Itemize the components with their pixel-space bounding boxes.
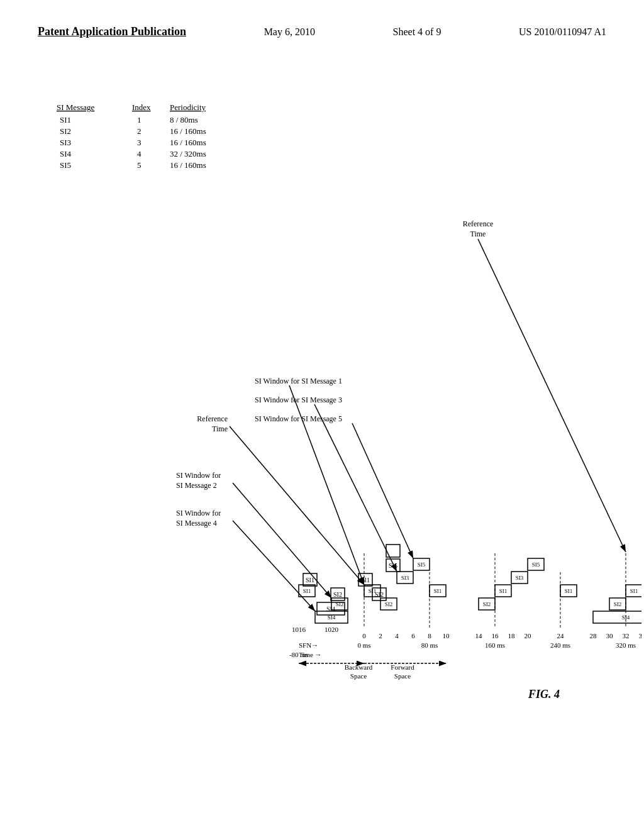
svg-text:5: 5	[137, 160, 142, 170]
svg-text:Periodicity: Periodicity	[170, 102, 206, 112]
svg-text:2: 2	[379, 632, 382, 639]
svg-text:3: 3	[137, 138, 142, 147]
svg-text:14: 14	[475, 632, 483, 639]
svg-text:SFN→: SFN→	[299, 641, 318, 649]
svg-text:SI2: SI2	[60, 126, 71, 136]
svg-text:2: 2	[137, 126, 142, 136]
svg-text:SI3: SI3	[401, 575, 409, 581]
svg-text:16 / 160ms: 16 / 160ms	[170, 126, 206, 136]
svg-text:34: 34	[639, 632, 642, 639]
svg-text:20: 20	[525, 632, 532, 639]
svg-text:SI4: SI4	[328, 614, 336, 621]
svg-text:SI Message: SI Message	[57, 102, 95, 112]
svg-text:SI2: SI2	[614, 601, 622, 607]
svg-text:1016: 1016	[292, 626, 306, 633]
svg-text:0 ms: 0 ms	[357, 641, 370, 649]
svg-text:8 / 80ms: 8 / 80ms	[170, 115, 198, 124]
svg-text:16: 16	[492, 632, 499, 639]
svg-text:0: 0	[362, 632, 366, 639]
svg-text:16 / 160ms: 16 / 160ms	[170, 138, 206, 147]
sfn-labels: 1016 1020 0 2 4 6 8 10 14 16 18 20 24	[292, 626, 641, 639]
svg-text:SI5: SI5	[60, 160, 71, 170]
svg-text:SI1: SI1	[630, 588, 638, 594]
svg-text:16 / 160ms: 16 / 160ms	[170, 160, 206, 170]
svg-text:SI3: SI3	[516, 575, 524, 581]
svg-text:24: 24	[557, 632, 565, 639]
svg-text:320 ms: 320 ms	[616, 641, 636, 649]
svg-text:SI2: SI2	[483, 601, 491, 607]
svg-text:SI5: SI5	[532, 562, 540, 568]
publication-title: Patent Application Publication	[38, 25, 186, 38]
publication-date: May 6, 2010	[264, 26, 315, 38]
main-content: SI Message Index Periodicity SI1 1 8 / 8…	[38, 75, 619, 805]
svg-text:Time: Time	[470, 230, 486, 238]
svg-text:Space: Space	[350, 672, 367, 680]
diagram-svg: SI Message Index Periodicity SI1 1 8 / 8…	[38, 75, 641, 799]
svg-line-103	[478, 239, 626, 552]
svg-text:SI1: SI1	[303, 588, 311, 594]
svg-text:SI2: SI2	[336, 601, 344, 607]
svg-text:Index: Index	[132, 102, 151, 112]
patent-number: US 2010/0110947 A1	[519, 26, 606, 38]
svg-text:28: 28	[590, 632, 597, 639]
svg-text:Forward: Forward	[391, 663, 414, 671]
svg-line-110	[314, 404, 397, 572]
page-header: Patent Application Publication May 6, 20…	[0, 25, 644, 38]
svg-text:SI5: SI5	[418, 562, 426, 568]
svg-text:SI Message 2: SI Message 2	[176, 481, 217, 490]
svg-text:4: 4	[137, 149, 142, 158]
svg-text:32 / 320ms: 32 / 320ms	[170, 149, 206, 158]
svg-text:SI1: SI1	[306, 577, 314, 584]
svg-line-118	[233, 521, 315, 611]
svg-text:-80 ms: -80 ms	[289, 651, 308, 658]
svg-rect-62	[593, 611, 641, 623]
svg-text:1020: 1020	[325, 626, 339, 633]
svg-line-106	[230, 426, 364, 585]
svg-text:FIG. 4: FIG. 4	[528, 688, 560, 700]
svg-text:SI1: SI1	[499, 588, 508, 594]
svg-text:10: 10	[443, 632, 450, 639]
svg-text:30: 30	[606, 632, 614, 639]
svg-text:SI1: SI1	[369, 588, 377, 594]
svg-text:Backward: Backward	[345, 663, 373, 671]
svg-text:SI Window for: SI Window for	[176, 509, 221, 517]
svg-text:SI Window for: SI Window for	[176, 471, 221, 480]
svg-text:18: 18	[508, 632, 516, 639]
svg-text:SI Window for SI Message 1: SI Window for SI Message 1	[255, 377, 342, 385]
svg-text:80 ms: 80 ms	[421, 641, 438, 649]
svg-text:SI3: SI3	[60, 138, 71, 147]
svg-text:SI2: SI2	[333, 591, 342, 598]
svg-text:4: 4	[395, 632, 399, 639]
svg-text:SI1: SI1	[60, 115, 71, 124]
svg-text:240 ms: 240 ms	[550, 641, 570, 649]
svg-text:Reference: Reference	[463, 219, 494, 228]
svg-text:SI Window for SI Message 5: SI Window for SI Message 5	[255, 414, 342, 423]
svg-text:Reference: Reference	[197, 414, 228, 423]
svg-text:SI2: SI2	[385, 601, 393, 607]
svg-line-115	[233, 483, 331, 598]
svg-text:SI1: SI1	[434, 588, 442, 594]
svg-text:160 ms: 160 ms	[485, 641, 505, 649]
svg-text:32: 32	[623, 632, 630, 639]
svg-text:Space: Space	[394, 672, 411, 680]
svg-rect-35	[386, 545, 400, 557]
svg-text:SI Message 4: SI Message 4	[176, 519, 217, 528]
svg-line-112	[352, 423, 413, 558]
svg-text:1: 1	[137, 115, 142, 124]
svg-text:SI1: SI1	[565, 588, 573, 594]
svg-text:8: 8	[428, 632, 431, 639]
svg-text:6: 6	[411, 632, 415, 639]
svg-text:Time: Time	[212, 424, 228, 433]
sheet-info: Sheet 4 of 9	[393, 26, 441, 38]
svg-text:SI Window for SI Message 3: SI Window for SI Message 3	[255, 396, 342, 404]
svg-text:SI4: SI4	[60, 149, 72, 158]
